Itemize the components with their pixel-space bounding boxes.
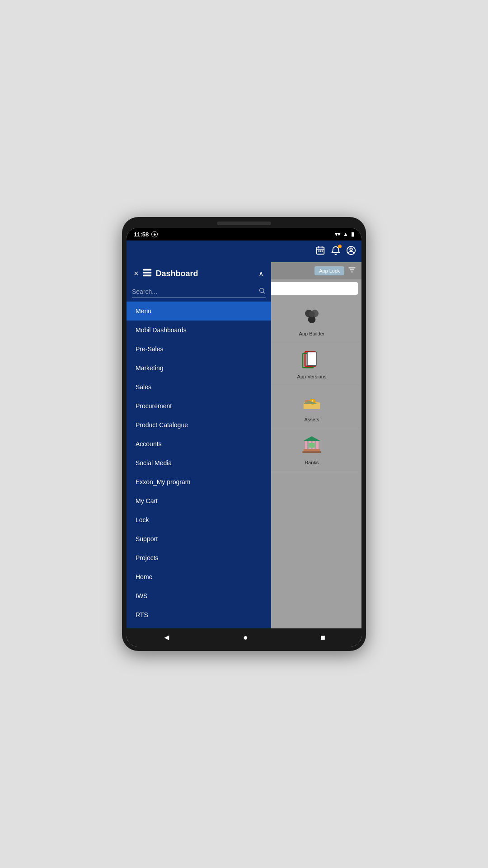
phone-frame: 11:58 ● ▾▾ ▲ ▮ — [122, 217, 366, 651]
svg-rect-2 — [320, 250, 321, 252]
sidebar-item-product-catalogue[interactable]: Product Catalogue — [127, 415, 271, 434]
assets-label: Assets — [304, 417, 319, 422]
sidebar-item-projects[interactable]: Projects — [127, 548, 271, 567]
filter-icon[interactable] — [348, 266, 356, 276]
overlay-top-bar: App Lock — [262, 262, 361, 279]
assets-icon: $ — [300, 391, 324, 414]
sidebar-search — [132, 287, 266, 298]
grid-items: App Builder App Versions — [262, 297, 361, 628]
sidebar-item-menu[interactable]: Menu — [127, 302, 271, 321]
sidebar-item-pre-sales[interactable]: Pre-Sales — [127, 340, 271, 359]
sidebar-item-social-media[interactable]: Social Media — [127, 453, 271, 472]
sidebar-header: × Dashboard ∧ — [127, 262, 271, 285]
status-time: 11:58 — [134, 231, 149, 238]
search-icon — [258, 287, 266, 296]
sidebar-title: Dashboard — [156, 269, 198, 278]
sidebar-item-mobil-dashboards[interactable]: Mobil Dashboards — [127, 321, 271, 340]
status-right: ▾▾ ▲ ▮ — [335, 231, 354, 237]
svg-marker-17 — [304, 436, 320, 441]
svg-rect-21 — [316, 441, 319, 449]
battery-icon: ▮ — [351, 231, 354, 237]
svg-rect-23 — [302, 451, 321, 453]
sidebar-menu: MenuMobil DashboardsPre-SalesMarketingSa… — [127, 302, 271, 628]
sidebar-search-input[interactable] — [132, 288, 258, 295]
main-area: App Lock — [127, 262, 361, 628]
sidebar-item-support[interactable]: Support — [127, 529, 271, 548]
app-builder-icon — [300, 305, 324, 328]
phone-notch — [217, 222, 271, 225]
phone-screen: 11:58 ● ▾▾ ▲ ▮ — [127, 228, 361, 646]
bottom-nav: ◄ ● ■ — [127, 628, 361, 646]
notification-badge — [338, 245, 342, 248]
profile-header-icon[interactable] — [346, 245, 356, 258]
svg-point-9 — [309, 311, 314, 317]
sidebar-item-sales[interactable]: Sales — [127, 377, 271, 396]
wifi-icon: ▾▾ — [335, 231, 340, 237]
app-builder-label: App Builder — [299, 331, 325, 336]
svg-rect-18 — [305, 441, 307, 449]
app-header — [127, 241, 361, 262]
sidebar-item-exxon-my-program[interactable]: Exxon_My program — [127, 472, 271, 491]
sidebar: × Dashboard ∧ — [127, 262, 271, 628]
overlay-search-bar — [266, 282, 358, 295]
dashboard-icon — [142, 268, 152, 280]
sidebar-title-area: Dashboard — [139, 268, 258, 280]
app-lock-button[interactable]: App Lock — [314, 266, 344, 275]
svg-rect-26 — [143, 272, 151, 274]
notification-header-icon[interactable] — [331, 245, 341, 258]
grid-item-assets[interactable]: $ Assets — [264, 385, 360, 428]
sidebar-item-marketing[interactable]: Marketing — [127, 359, 271, 377]
grid-item-app-versions[interactable]: App Versions — [264, 342, 360, 385]
sidebar-item-lock[interactable]: Lock — [127, 510, 271, 529]
home-button[interactable]: ● — [243, 633, 248, 642]
svg-rect-1 — [318, 250, 319, 252]
status-left: 11:58 ● — [134, 231, 158, 238]
back-button[interactable]: ◄ — [163, 633, 171, 642]
right-panel: App Lock — [262, 262, 361, 628]
sidebar-item-accounts[interactable]: Accounts — [127, 434, 271, 453]
status-bar: 11:58 ● ▾▾ ▲ ▮ — [127, 228, 361, 241]
svg-rect-24 — [309, 443, 314, 448]
banks-icon — [300, 434, 324, 457]
grid-item-banks[interactable]: Banks — [264, 428, 360, 471]
sidebar-item-home[interactable]: Home — [127, 567, 271, 586]
svg-rect-3 — [322, 250, 323, 252]
signal-icon: ▲ — [343, 231, 348, 237]
sidebar-item-iws[interactable]: IWS — [127, 586, 271, 605]
grid-item-app-builder[interactable]: App Builder — [264, 299, 360, 342]
pocket-casts-icon: ● — [151, 231, 158, 237]
svg-point-5 — [350, 248, 352, 250]
sidebar-close-icon[interactable]: × — [134, 269, 139, 278]
sidebar-chevron-icon[interactable]: ∧ — [258, 269, 264, 278]
sidebar-item-procurement[interactable]: Procurement — [127, 396, 271, 415]
calendar-header-icon[interactable] — [315, 245, 325, 258]
app-versions-icon — [300, 348, 324, 371]
sidebar-item-my-cart[interactable]: My Cart — [127, 491, 271, 510]
svg-rect-27 — [143, 275, 151, 277]
banks-label: Banks — [305, 460, 319, 465]
svg-rect-12 — [307, 352, 316, 365]
app-versions-label: App Versions — [297, 374, 327, 379]
recents-button[interactable]: ■ — [320, 633, 325, 642]
svg-rect-22 — [304, 449, 320, 451]
svg-rect-25 — [143, 269, 151, 271]
sidebar-item-rts[interactable]: RTS — [127, 605, 271, 624]
